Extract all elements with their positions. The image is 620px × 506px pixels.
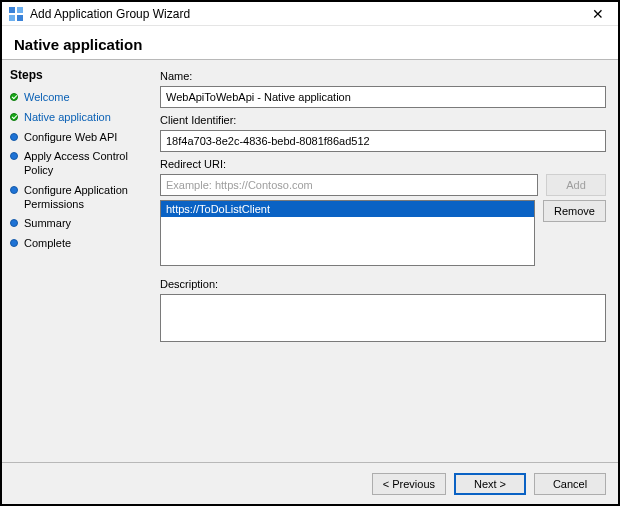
redirect-uri-label: Redirect URI: [160,158,606,170]
redirect-uri-input[interactable] [160,174,538,196]
step-item[interactable]: Welcome [10,88,144,108]
next-button[interactable]: Next > [454,473,526,495]
step-label: Complete [24,237,71,251]
steps-panel: Steps WelcomeNative applicationConfigure… [2,60,152,462]
step-label: Summary [24,217,71,231]
window-title: Add Application Group Wizard [30,7,584,21]
cancel-button[interactable]: Cancel [534,473,606,495]
svg-rect-0 [9,7,15,13]
step-item[interactable]: Apply Access Control Policy [10,147,144,181]
remove-button[interactable]: Remove [543,200,606,222]
step-item[interactable]: Native application [10,108,144,128]
step-pending-icon [10,219,18,227]
page-title: Native application [2,26,618,60]
form-panel: Name: Client Identifier: Redirect URI: A… [152,60,618,462]
step-item[interactable]: Configure Application Permissions [10,181,144,215]
add-button[interactable]: Add [546,174,606,196]
svg-rect-1 [17,7,23,13]
client-id-label: Client Identifier: [160,114,606,126]
previous-button[interactable]: < Previous [372,473,446,495]
wizard-window: Add Application Group Wizard ✕ Native ap… [2,2,618,504]
close-icon[interactable]: ✕ [584,7,612,21]
step-label: Welcome [24,91,70,105]
steps-heading: Steps [10,68,144,82]
wizard-footer: < Previous Next > Cancel [2,462,618,504]
app-group-icon [8,6,24,22]
step-label: Configure Application Permissions [24,184,144,212]
step-done-icon [10,93,18,101]
step-label: Apply Access Control Policy [24,150,144,178]
description-label: Description: [160,278,606,290]
step-done-icon [10,113,18,121]
step-item[interactable]: Complete [10,234,144,254]
step-pending-icon [10,239,18,247]
step-label: Configure Web API [24,131,117,145]
svg-rect-3 [17,15,23,21]
list-item[interactable]: https://ToDoListClient [161,201,534,217]
step-item[interactable]: Configure Web API [10,128,144,148]
step-pending-icon [10,186,18,194]
step-label: Native application [24,111,111,125]
step-pending-icon [10,152,18,160]
step-item[interactable]: Summary [10,214,144,234]
name-field[interactable] [160,86,606,108]
titlebar: Add Application Group Wizard ✕ [2,2,618,26]
redirect-uri-list[interactable]: https://ToDoListClient [160,200,535,266]
wizard-body: Steps WelcomeNative applicationConfigure… [2,60,618,462]
description-field[interactable] [160,294,606,342]
name-label: Name: [160,70,606,82]
client-id-field[interactable] [160,130,606,152]
svg-rect-2 [9,15,15,21]
step-pending-icon [10,133,18,141]
